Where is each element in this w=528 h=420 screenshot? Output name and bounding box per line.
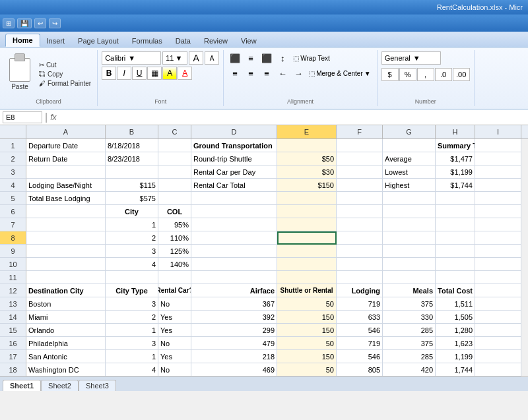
tab-home[interactable]: Home xyxy=(5,34,40,47)
cell-e13[interactable]: 50 xyxy=(277,297,337,311)
row-header-14[interactable]: 14 xyxy=(0,311,26,324)
col-header-b[interactable]: B xyxy=(106,125,158,138)
row-header-5[interactable]: 5 xyxy=(0,192,26,205)
cell-c8[interactable]: 110% xyxy=(158,231,191,245)
cell-h15[interactable]: 1,280 xyxy=(436,324,475,337)
cell-d12[interactable]: Airface xyxy=(191,284,277,297)
cell-h1[interactable]: Summary Trip Costs xyxy=(436,139,475,152)
font-size-dropdown[interactable]: 11 ▼ xyxy=(162,51,187,65)
font-family-dropdown[interactable]: Calibri ▼ xyxy=(102,51,161,65)
row-header-18[interactable]: 18 xyxy=(0,363,26,376)
cell-i6[interactable] xyxy=(475,205,521,218)
cell-e6[interactable] xyxy=(277,205,337,218)
cell-d15[interactable]: 299 xyxy=(191,324,277,337)
cell-b8[interactable]: 2 xyxy=(106,231,158,245)
cell-c15[interactable]: Yes xyxy=(158,324,191,337)
cell-c10[interactable]: 140% xyxy=(158,258,191,271)
grow-font-button[interactable]: A xyxy=(189,51,203,65)
cell-d4[interactable]: Rental Car Total xyxy=(191,179,277,192)
row-header-3[interactable]: 3 xyxy=(0,165,26,179)
cell-h6[interactable] xyxy=(436,205,475,218)
cell-e15[interactable]: 150 xyxy=(277,324,337,337)
cell-d8[interactable] xyxy=(191,231,277,245)
number-format-dropdown[interactable]: General ▼ xyxy=(381,51,441,65)
align-center-button[interactable]: ≡ xyxy=(244,67,258,80)
cell-f12[interactable]: Lodging xyxy=(337,284,383,297)
cell-a4[interactable]: Lodging Base/Night xyxy=(26,179,106,192)
cell-b16[interactable]: 3 xyxy=(106,337,158,350)
cell-h16[interactable]: 1,623 xyxy=(436,337,475,350)
cell-d9[interactable] xyxy=(191,245,277,258)
cell-a9[interactable] xyxy=(26,245,106,258)
cell-e2[interactable]: $50 xyxy=(277,152,337,165)
cell-f10[interactable] xyxy=(337,258,383,271)
cell-h13[interactable]: 1,511 xyxy=(436,297,475,311)
cell-c6[interactable]: COL xyxy=(158,205,191,218)
row-header-10[interactable]: 10 xyxy=(0,258,26,271)
col-header-c[interactable]: C xyxy=(158,125,191,138)
cell-b6[interactable]: City xyxy=(106,205,158,218)
cell-i5[interactable] xyxy=(475,192,521,205)
cell-b14[interactable]: 2 xyxy=(106,311,158,324)
cell-b18[interactable]: 4 xyxy=(106,363,158,376)
undo-button[interactable]: ↩ xyxy=(34,18,46,28)
cell-f2[interactable] xyxy=(337,152,383,165)
cell-a2[interactable]: Return Date xyxy=(26,152,106,165)
cell-g9[interactable] xyxy=(383,245,436,258)
cell-i17[interactable] xyxy=(475,350,521,363)
cell-i10[interactable] xyxy=(475,258,521,271)
paste-button[interactable]: Paste xyxy=(4,52,36,97)
format-painter-button[interactable]: 🖌 Format Painter xyxy=(37,79,93,88)
cell-a15[interactable]: Orlando xyxy=(26,324,106,337)
cell-g5[interactable] xyxy=(383,192,436,205)
cell-g16[interactable]: 375 xyxy=(383,337,436,350)
cell-c3[interactable] xyxy=(158,165,191,179)
row-header-2[interactable]: 2 xyxy=(0,152,26,165)
cell-c18[interactable]: No xyxy=(158,363,191,376)
cell-h17[interactable]: 1,199 xyxy=(436,350,475,363)
cell-h3[interactable]: $1,199 xyxy=(436,165,475,179)
cell-d14[interactable]: 392 xyxy=(191,311,277,324)
cell-h11[interactable] xyxy=(436,271,475,284)
cell-b12[interactable]: City Type xyxy=(106,284,158,297)
text-direction-button[interactable]: ↕ xyxy=(275,51,290,65)
cell-i13[interactable] xyxy=(475,297,521,311)
cell-a16[interactable]: Philadelphia xyxy=(26,337,106,350)
cell-b4[interactable]: $115 xyxy=(106,179,158,192)
underline-button[interactable]: U xyxy=(132,67,147,80)
cell-i8[interactable] xyxy=(475,231,521,245)
cell-f4[interactable] xyxy=(337,179,383,192)
row-header-12[interactable]: 12 xyxy=(0,284,26,297)
cell-a10[interactable] xyxy=(26,258,106,271)
cell-d7[interactable] xyxy=(191,218,277,231)
cell-h14[interactable]: 1,505 xyxy=(436,311,475,324)
cell-d11[interactable] xyxy=(191,271,277,284)
cell-e5[interactable] xyxy=(277,192,337,205)
cell-a7[interactable] xyxy=(26,218,106,231)
cell-e11[interactable] xyxy=(277,271,337,284)
sheet-tab-2[interactable]: Sheet2 xyxy=(41,380,79,391)
cell-b13[interactable]: 3 xyxy=(106,297,158,311)
cell-i11[interactable] xyxy=(475,271,521,284)
cell-f18[interactable]: 805 xyxy=(337,363,383,376)
cell-i2[interactable] xyxy=(475,152,521,165)
cell-h9[interactable] xyxy=(436,245,475,258)
row-header-9[interactable]: 9 xyxy=(0,245,26,258)
cell-i16[interactable] xyxy=(475,337,521,350)
col-header-g[interactable]: G xyxy=(383,125,436,138)
cell-f17[interactable]: 546 xyxy=(337,350,383,363)
cell-g4[interactable]: Highest xyxy=(383,179,436,192)
cell-a14[interactable]: Miami xyxy=(26,311,106,324)
cell-i1[interactable] xyxy=(475,139,521,152)
cell-g13[interactable]: 375 xyxy=(383,297,436,311)
cell-i14[interactable] xyxy=(475,311,521,324)
cell-g14[interactable]: 330 xyxy=(383,311,436,324)
cell-a12[interactable]: Destination City xyxy=(26,284,106,297)
cell-i9[interactable] xyxy=(475,245,521,258)
currency-button[interactable]: $ xyxy=(381,68,399,81)
bold-button[interactable]: B xyxy=(102,67,116,80)
cell-d2[interactable]: Round-trip Shuttle xyxy=(191,152,277,165)
cell-a11[interactable] xyxy=(26,271,106,284)
tab-review[interactable]: Review xyxy=(197,35,234,47)
cell-c11[interactable] xyxy=(158,271,191,284)
